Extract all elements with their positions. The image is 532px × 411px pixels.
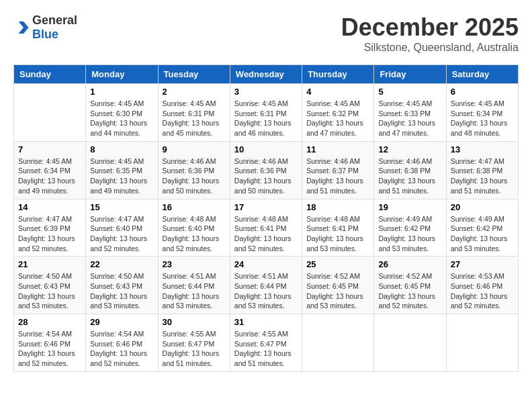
header-sunday: Sunday: [14, 65, 86, 84]
day-number: 11: [306, 144, 369, 154]
day-number: 26: [378, 259, 441, 269]
header-wednesday: Wednesday: [230, 65, 302, 84]
day-info: Sunrise: 4:45 AMSunset: 6:30 PMDaylight:…: [90, 99, 153, 138]
day-number: 9: [163, 144, 226, 154]
calendar-cell: 30 Sunrise: 4:55 AMSunset: 6:47 PMDaylig…: [158, 314, 230, 372]
day-info: Sunrise: 4:45 AMSunset: 6:31 PMDaylight:…: [163, 99, 226, 138]
title-section: December 2025 Silkstone, Queensland, Aus…: [341, 13, 519, 54]
logo-blue-text: Blue: [32, 28, 58, 41]
day-number: 23: [163, 259, 226, 269]
day-number: 7: [18, 144, 81, 154]
calendar-cell: 28 Sunrise: 4:54 AMSunset: 6:46 PMDaylig…: [14, 314, 86, 372]
day-info: Sunrise: 4:45 AMSunset: 6:34 PMDaylight:…: [18, 156, 81, 196]
calendar-week-2: 7 Sunrise: 4:45 AMSunset: 6:34 PMDayligh…: [14, 141, 519, 199]
day-number: 20: [451, 202, 514, 212]
day-number: 14: [18, 202, 81, 212]
day-number: 4: [306, 87, 369, 97]
day-info: Sunrise: 4:46 AMSunset: 6:36 PMDaylight:…: [234, 156, 298, 196]
day-info: Sunrise: 4:50 AMSunset: 6:43 PMDaylight:…: [90, 271, 153, 311]
header-friday: Friday: [374, 65, 446, 84]
calendar-cell: 15 Sunrise: 4:47 AMSunset: 6:40 PMDaylig…: [86, 199, 158, 257]
day-number: 31: [234, 317, 298, 327]
calendar-cell: 8 Sunrise: 4:45 AMSunset: 6:35 PMDayligh…: [86, 141, 158, 199]
calendar-week-5: 28 Sunrise: 4:54 AMSunset: 6:46 PMDaylig…: [14, 314, 519, 372]
calendar-cell: 4 Sunrise: 4:45 AMSunset: 6:32 PMDayligh…: [302, 84, 374, 142]
calendar-week-4: 21 Sunrise: 4:50 AMSunset: 6:43 PMDaylig…: [14, 257, 519, 314]
calendar-cell: 3 Sunrise: 4:45 AMSunset: 6:31 PMDayligh…: [230, 84, 302, 142]
day-number: 16: [163, 202, 226, 212]
svg-marker-0: [19, 21, 29, 34]
day-info: Sunrise: 4:55 AMSunset: 6:47 PMDaylight:…: [163, 329, 226, 369]
day-info: Sunrise: 4:50 AMSunset: 6:43 PMDaylight:…: [18, 271, 81, 311]
calendar-cell: 16 Sunrise: 4:48 AMSunset: 6:40 PMDaylig…: [158, 199, 230, 257]
day-number: 25: [306, 259, 369, 269]
calendar-cell: 5 Sunrise: 4:45 AMSunset: 6:33 PMDayligh…: [374, 84, 446, 142]
calendar-cell: 12 Sunrise: 4:46 AMSunset: 6:38 PMDaylig…: [374, 141, 446, 199]
header-monday: Monday: [86, 65, 158, 84]
day-info: Sunrise: 4:46 AMSunset: 6:36 PMDaylight:…: [163, 156, 226, 196]
day-number: 15: [90, 202, 153, 212]
calendar-cell: 20 Sunrise: 4:49 AMSunset: 6:42 PMDaylig…: [446, 199, 518, 257]
day-number: 21: [18, 259, 81, 269]
page-header: General Blue December 2025 Silkstone, Qu…: [13, 13, 519, 54]
header-thursday: Thursday: [302, 65, 374, 84]
calendar-cell: 24 Sunrise: 4:51 AMSunset: 6:44 PMDaylig…: [230, 257, 302, 314]
day-info: Sunrise: 4:45 AMSunset: 6:34 PMDaylight:…: [451, 99, 514, 138]
day-info: Sunrise: 4:45 AMSunset: 6:32 PMDaylight:…: [306, 99, 369, 138]
calendar-cell: 2 Sunrise: 4:45 AMSunset: 6:31 PMDayligh…: [158, 84, 230, 142]
calendar-week-3: 14 Sunrise: 4:47 AMSunset: 6:39 PMDaylig…: [14, 199, 519, 257]
day-info: Sunrise: 4:55 AMSunset: 6:47 PMDaylight:…: [234, 329, 298, 369]
day-number: 10: [234, 144, 298, 154]
day-info: Sunrise: 4:48 AMSunset: 6:41 PMDaylight:…: [306, 214, 369, 254]
calendar-cell: 1 Sunrise: 4:45 AMSunset: 6:30 PMDayligh…: [86, 84, 158, 142]
calendar-cell: 29 Sunrise: 4:54 AMSunset: 6:46 PMDaylig…: [86, 314, 158, 372]
day-number: 18: [306, 202, 369, 212]
day-info: Sunrise: 4:48 AMSunset: 6:41 PMDaylight:…: [234, 214, 298, 254]
calendar-cell: 13 Sunrise: 4:47 AMSunset: 6:38 PMDaylig…: [446, 141, 518, 199]
day-info: Sunrise: 4:47 AMSunset: 6:38 PMDaylight:…: [451, 156, 514, 196]
header-saturday: Saturday: [446, 65, 518, 84]
day-info: Sunrise: 4:51 AMSunset: 6:44 PMDaylight:…: [163, 271, 226, 311]
calendar-cell: 21 Sunrise: 4:50 AMSunset: 6:43 PMDaylig…: [14, 257, 86, 314]
day-info: Sunrise: 4:45 AMSunset: 6:33 PMDaylight:…: [378, 99, 441, 138]
day-number: 6: [451, 87, 514, 97]
day-info: Sunrise: 4:54 AMSunset: 6:46 PMDaylight:…: [90, 329, 153, 369]
day-info: Sunrise: 4:47 AMSunset: 6:39 PMDaylight:…: [18, 214, 81, 254]
calendar-cell: 25 Sunrise: 4:52 AMSunset: 6:45 PMDaylig…: [302, 257, 374, 314]
day-number: 2: [163, 87, 226, 97]
calendar-cell: 23 Sunrise: 4:51 AMSunset: 6:44 PMDaylig…: [158, 257, 230, 314]
logo: General Blue: [13, 13, 77, 42]
day-info: Sunrise: 4:46 AMSunset: 6:37 PMDaylight:…: [306, 156, 369, 196]
day-info: Sunrise: 4:49 AMSunset: 6:42 PMDaylight:…: [378, 214, 441, 254]
calendar-cell: 18 Sunrise: 4:48 AMSunset: 6:41 PMDaylig…: [302, 199, 374, 257]
calendar-cell: 17 Sunrise: 4:48 AMSunset: 6:41 PMDaylig…: [230, 199, 302, 257]
calendar-cell: 27 Sunrise: 4:53 AMSunset: 6:46 PMDaylig…: [446, 257, 518, 314]
calendar-cell: 11 Sunrise: 4:46 AMSunset: 6:37 PMDaylig…: [302, 141, 374, 199]
day-info: Sunrise: 4:53 AMSunset: 6:46 PMDaylight:…: [451, 271, 514, 311]
day-info: Sunrise: 4:45 AMSunset: 6:35 PMDaylight:…: [90, 156, 153, 196]
calendar-table: SundayMondayTuesdayWednesdayThursdayFrid…: [13, 64, 519, 372]
day-number: 28: [18, 317, 81, 327]
day-number: 24: [234, 259, 298, 269]
day-info: Sunrise: 4:45 AMSunset: 6:31 PMDaylight:…: [234, 99, 298, 138]
month-title: December 2025: [341, 13, 519, 42]
day-info: Sunrise: 4:52 AMSunset: 6:45 PMDaylight:…: [378, 271, 441, 311]
calendar-week-1: 1 Sunrise: 4:45 AMSunset: 6:30 PMDayligh…: [14, 84, 519, 142]
calendar-cell: 7 Sunrise: 4:45 AMSunset: 6:34 PMDayligh…: [14, 141, 86, 199]
day-info: Sunrise: 4:47 AMSunset: 6:40 PMDaylight:…: [90, 214, 153, 254]
day-info: Sunrise: 4:48 AMSunset: 6:40 PMDaylight:…: [163, 214, 226, 254]
day-info: Sunrise: 4:54 AMSunset: 6:46 PMDaylight:…: [18, 329, 81, 369]
day-number: 29: [90, 317, 153, 327]
header-tuesday: Tuesday: [158, 65, 230, 84]
day-number: 3: [234, 87, 298, 97]
calendar-cell: 14 Sunrise: 4:47 AMSunset: 6:39 PMDaylig…: [14, 199, 86, 257]
calendar-cell: [302, 314, 374, 372]
calendar-cell: 26 Sunrise: 4:52 AMSunset: 6:45 PMDaylig…: [374, 257, 446, 314]
day-number: 17: [234, 202, 298, 212]
logo-general-text: General: [32, 13, 77, 27]
calendar-cell: [14, 84, 86, 142]
logo-icon: [13, 19, 30, 36]
day-info: Sunrise: 4:49 AMSunset: 6:42 PMDaylight:…: [451, 214, 514, 254]
day-number: 13: [451, 144, 514, 154]
day-number: 8: [90, 144, 153, 154]
